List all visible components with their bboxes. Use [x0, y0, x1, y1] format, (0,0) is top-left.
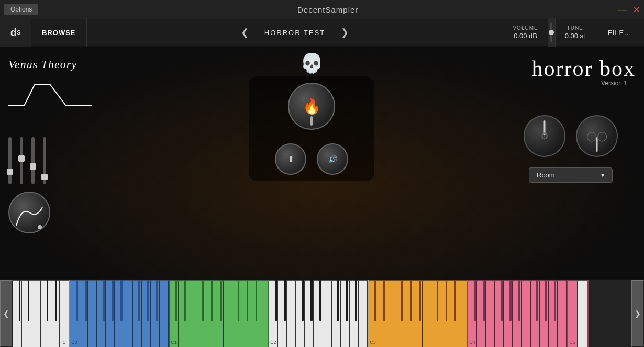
reverb-type-label: Room — [537, 171, 555, 179]
pitch-icon: ⬆ — [287, 154, 294, 164]
pitch-knob[interactable]: ⬆ — [275, 143, 306, 175]
slider-attack[interactable] — [8, 137, 12, 184]
center-panel: 💀 🔥 ⬆ 🔊 — [126, 47, 497, 279]
slider-attack-track — [8, 137, 12, 184]
browse-button[interactable]: BROWSE — [31, 18, 87, 47]
black-key-gray-4[interactable] — [55, 280, 57, 321]
nav-center: ❮ HORROR TEST ❯ — [87, 27, 503, 38]
black-key-c4-7[interactable] — [545, 280, 547, 321]
black-key-green-6[interactable] — [238, 280, 240, 321]
black-key-c3-1[interactable] — [374, 280, 376, 321]
piano-blue-section: C0 — [70, 280, 170, 347]
nav-bar: dS BROWSE ❮ HORROR TEST ❯ VOLUME 0.00 dB… — [0, 19, 644, 47]
chorus-icon: ⚙ — [540, 130, 549, 142]
black-key-green-3[interactable] — [202, 280, 204, 321]
black-key-green-2[interactable] — [184, 280, 186, 321]
black-key-c2-8[interactable] — [355, 280, 357, 321]
black-key-blue-6[interactable] — [138, 280, 140, 321]
slider-sustain-track — [31, 137, 35, 184]
black-key-gray-1[interactable] — [19, 280, 20, 321]
black-key-green-8[interactable] — [256, 280, 258, 321]
title-bar: Options DecentSampler — ✕ — [0, 0, 644, 19]
piano-scroll-left-button[interactable]: ❮ — [0, 280, 13, 347]
slider-decay[interactable] — [20, 137, 23, 184]
piano-green-section: C1 — [170, 280, 269, 347]
file-button[interactable]: FILE... — [595, 18, 644, 47]
black-key-green-4[interactable] — [211, 280, 213, 321]
slider-attack-thumb — [7, 169, 13, 175]
black-key-green-5[interactable] — [220, 280, 222, 321]
black-key-blue-7[interactable] — [147, 280, 149, 321]
black-key-blue-4[interactable] — [112, 280, 114, 321]
black-key-c4-4[interactable] — [509, 280, 512, 321]
volume-slider[interactable] — [548, 18, 556, 47]
volume-control: VOLUME 0.00 dB — [503, 18, 548, 47]
black-key-green-7[interactable] — [247, 280, 249, 321]
volume-knob-wrap: 🔊 — [317, 143, 348, 175]
venus-theory-logo: Venus Theory — [8, 58, 117, 71]
black-key-c2-3[interactable] — [302, 280, 304, 321]
black-key-blue-3[interactable] — [103, 280, 105, 321]
black-key-c2-4[interactable] — [310, 280, 313, 321]
black-key-c3-2[interactable] — [383, 280, 385, 321]
slider-release-thumb — [41, 174, 48, 180]
horror-box-version: Version 1 — [532, 80, 627, 87]
black-key-c3-8[interactable] — [454, 280, 457, 321]
black-key-blue-8[interactable] — [156, 280, 158, 321]
title-bar-controls: — ✕ — [617, 5, 640, 15]
reverb-knob[interactable]: ◯◯ — [576, 115, 618, 157]
black-key-c3-6[interactable] — [437, 280, 439, 321]
black-key-c3-3[interactable] — [401, 280, 403, 321]
black-key-blue-5[interactable] — [120, 280, 123, 321]
tune-value: 0.00 st — [565, 32, 585, 40]
black-key-gray-2[interactable] — [28, 280, 29, 321]
black-key-c2-1[interactable] — [275, 280, 277, 321]
volume-label: VOLUME — [513, 25, 538, 31]
ds-logo: dS — [0, 18, 31, 47]
black-key-gray-3[interactable] — [47, 280, 48, 321]
black-key-c3-5[interactable] — [419, 280, 421, 321]
piano-white-section: C2 — [269, 280, 369, 347]
right-knobs-row: ⚙ ◯◯ — [524, 115, 618, 159]
prev-preset-button[interactable]: ❮ — [236, 27, 254, 38]
black-key-c4-5[interactable] — [518, 280, 520, 321]
output-volume-knob[interactable]: 🔊 — [317, 143, 348, 175]
black-key-blue-2[interactable] — [85, 280, 87, 321]
next-preset-button[interactable]: ❯ — [336, 27, 354, 38]
slider-decay-track — [20, 137, 23, 184]
piano-c5-section: C5 — [568, 280, 589, 347]
white-key-c5-1[interactable]: C5 — [568, 280, 578, 347]
options-button[interactable]: Options — [4, 4, 38, 15]
black-key-green-1[interactable] — [175, 280, 177, 321]
slider-sustain[interactable] — [31, 137, 35, 184]
chorus-knob-wrap: ⚙ — [524, 115, 565, 159]
volume-icon: 🔊 — [328, 155, 337, 163]
fire-icon: 🔥 — [303, 98, 321, 115]
black-key-c4-8[interactable] — [554, 280, 556, 321]
black-key-c2-2[interactable] — [284, 280, 286, 321]
black-key-c3-4[interactable] — [410, 280, 412, 321]
black-key-c2-6[interactable] — [337, 280, 339, 321]
close-button[interactable]: ✕ — [633, 5, 640, 15]
black-key-c2-5[interactable] — [319, 280, 321, 321]
black-key-c4-2[interactable] — [483, 280, 485, 321]
black-key-blue-1[interactable] — [76, 280, 78, 321]
minimize-button[interactable]: — — [617, 5, 627, 14]
app-title: DecentSampler — [297, 5, 358, 14]
reverb-type-dropdown[interactable]: Room ▾ — [529, 167, 613, 183]
main-fire-knob[interactable]: 🔥 — [288, 83, 335, 130]
mod-knob[interactable] — [8, 192, 50, 233]
white-key-c5-2[interactable] — [578, 280, 587, 347]
sliders-row — [8, 121, 117, 184]
black-key-c4-6[interactable] — [536, 280, 538, 321]
main-content: Venus Theory — [0, 47, 644, 279]
black-key-c4-1[interactable] — [474, 280, 476, 321]
black-key-c3-7[interactable] — [446, 280, 448, 321]
black-key-c2-7[interactable] — [346, 280, 348, 321]
piano-scroll-right-button[interactable]: ❯ — [631, 280, 644, 347]
black-key-c4-3[interactable] — [501, 280, 503, 321]
chorus-knob[interactable]: ⚙ — [524, 115, 565, 157]
slider-release[interactable] — [43, 137, 46, 184]
piano-pink-section: C4 — [468, 280, 568, 347]
preset-name: HORROR TEST — [264, 29, 325, 37]
